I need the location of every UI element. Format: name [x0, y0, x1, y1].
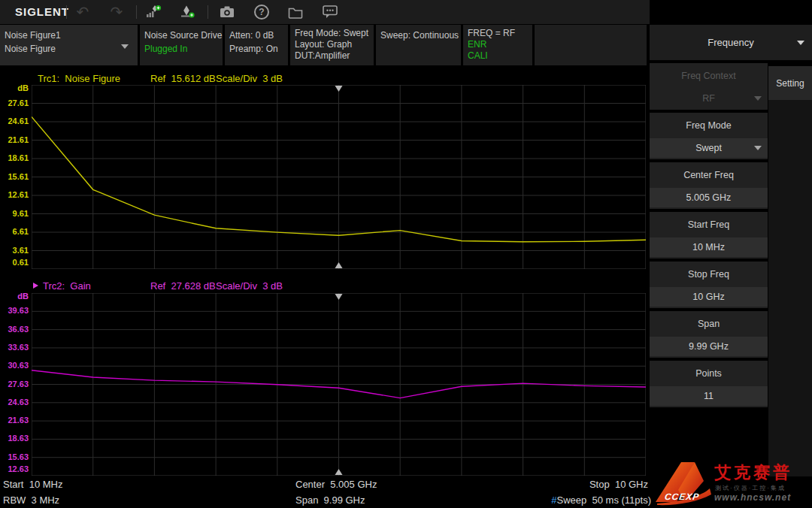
- y-tick-label: 21.63: [8, 416, 29, 425]
- trace1-y-unit: dB: [17, 83, 29, 92]
- sidebar-group-points: Points 11: [650, 361, 768, 407]
- toolbar-separator: [208, 5, 208, 19]
- start-freq-value: 10 MHz: [692, 242, 725, 252]
- trace1-y-axis: dB 27.6124.6121.6118.6115.6112.619.616.6…: [0, 85, 30, 269]
- chevron-down-icon: [121, 44, 129, 49]
- accexp-url: www.hncsw.net: [714, 492, 791, 503]
- gain-plot[interactable]: [32, 293, 646, 476]
- stop-freq-value: 10 GHz: [692, 292, 724, 302]
- y-tick-label: 30.63: [8, 361, 29, 370]
- y-tick-label: 21.61: [8, 135, 29, 144]
- sidebar-group-start-freq: Start Freq 10 MHz: [650, 212, 768, 259]
- rbw-label: RBW 3 MHz: [3, 494, 59, 506]
- x-axis-center-label: Center 5.005 GHz: [295, 479, 377, 490]
- status-cell-empty: [535, 25, 647, 65]
- cali-badge: CALI: [468, 50, 532, 62]
- center-freq-value: 5.005 GHz: [686, 192, 732, 203]
- sweep-hash: #: [551, 494, 556, 506]
- folder-icon: [288, 6, 303, 19]
- measurement-selector[interactable]: Noise Figure1 Noise Figure: [0, 25, 138, 65]
- toolbar-separator: [136, 5, 137, 19]
- points-label: Points: [650, 361, 768, 386]
- accexp-chinese-name: 艾克赛普: [714, 461, 792, 484]
- freq-context-value: RF: [702, 93, 715, 104]
- undo-icon: ↶: [77, 5, 89, 20]
- sidebar-menu-header[interactable]: Frequency: [650, 25, 812, 60]
- y-tick-label: 36.63: [8, 325, 29, 334]
- y-tick-label: 12.61: [8, 190, 29, 199]
- sweep-mode-value: Sweep: Continuous: [380, 29, 461, 42]
- sweep-time-label: #Sweep 50 ms (11pts): [526, 494, 651, 506]
- message-button[interactable]: [320, 3, 340, 21]
- measurement-title: Noise Figure1: [5, 29, 138, 42]
- freq-mode-select[interactable]: Swept: [650, 138, 768, 158]
- freq-rf-value: FREQ = RF: [468, 28, 532, 39]
- redo-icon: ↷: [111, 5, 123, 20]
- noise-source-status[interactable]: Noise Source Drive Plugged In: [140, 25, 223, 65]
- tab-setting-label: Setting: [776, 78, 804, 89]
- freq-context-select[interactable]: RF: [650, 89, 768, 108]
- accexp-tagline: 测试·仪器·工控·集成: [715, 484, 786, 492]
- file-manager-button[interactable]: [286, 3, 305, 21]
- y-tick-label: 12.63: [8, 464, 29, 473]
- sidebar-group-span: Span 9.99 GHz: [650, 311, 768, 358]
- y-tick-label: 24.63: [8, 398, 29, 407]
- sidebar-group-center-freq: Center Freq 5.005 GHz: [650, 162, 768, 209]
- help-icon: ?: [254, 5, 269, 20]
- dut-value: DUT:Amplifier: [295, 50, 374, 62]
- noise-figure-plot[interactable]: [32, 85, 646, 269]
- stop-freq-field[interactable]: 10 GHz: [650, 287, 768, 307]
- sidebar-group-freq-context: Freq Context RF: [650, 63, 768, 110]
- trace2-title: Trc2: Gain: [43, 280, 91, 292]
- start-freq-label: Start Freq: [650, 212, 768, 237]
- x-axis-stop-label: Stop 10 GHz: [541, 479, 648, 490]
- trace2-scale: Scale/Div 3 dB: [216, 280, 283, 292]
- span-value: 9.99 GHz: [689, 341, 729, 352]
- screenshot-button[interactable]: [217, 3, 237, 21]
- noise-source-label: Noise Source Drive: [144, 29, 223, 42]
- sidebar-group-stop-freq: Stop Freq 10 GHz: [650, 262, 768, 308]
- y-tick-label: 39.63: [8, 306, 29, 315]
- mode-layout-dut-status[interactable]: Freq Mode: Swept Layout: Graph DUT:Ampli…: [290, 25, 374, 65]
- freq-enr-cali-status[interactable]: FREQ = RF ENR CALI: [463, 25, 532, 65]
- center-freq-field[interactable]: 5.005 GHz: [650, 188, 768, 207]
- freq-context-label: Freq Context: [650, 63, 768, 89]
- tab-setting[interactable]: Setting: [768, 66, 812, 100]
- noise-source-value: Plugged In: [144, 42, 223, 56]
- accexp-brand-text: CCEXP: [664, 491, 700, 502]
- y-tick-label: 27.61: [8, 98, 29, 107]
- y-tick-label: 24.61: [8, 116, 29, 125]
- help-button[interactable]: ?: [252, 3, 271, 21]
- enr-badge: ENR: [468, 39, 532, 50]
- add-marker-button[interactable]: [178, 3, 198, 21]
- y-tick-label: 18.61: [8, 153, 29, 162]
- camera-icon: [220, 6, 235, 19]
- atten-value: Atten: 0 dB: [229, 29, 288, 42]
- noise-figure-analyzer-screen: SIGLENT ↶ ↷: [0, 0, 812, 508]
- freq-mode-value: Swept: [695, 143, 722, 153]
- sidebar: Frequency Setting Freq Context RF Freq M…: [650, 0, 812, 508]
- undo-button[interactable]: ↶: [73, 3, 92, 21]
- redo-button[interactable]: ↷: [107, 3, 126, 21]
- y-tick-label: 9.61: [13, 209, 29, 218]
- add-trace-button[interactable]: [144, 3, 163, 21]
- chevron-down-icon: [797, 41, 804, 45]
- atten-preamp-status[interactable]: Atten: 0 dB Preamp: On: [225, 25, 288, 65]
- x-axis-span-label: Span 9.99 GHz: [295, 494, 365, 506]
- siglent-logo: SIGLENT: [15, 5, 69, 18]
- span-field[interactable]: 9.99 GHz: [650, 337, 768, 356]
- x-axis-start-label: Start 10 MHz: [3, 479, 62, 490]
- sidebar-menu-title: Frequency: [707, 37, 753, 48]
- add-marker-icon: [180, 5, 196, 20]
- y-tick-label: 0.61: [13, 258, 29, 267]
- sweep-status[interactable]: Sweep: Continuous: [376, 25, 461, 65]
- active-trace-arrow-icon: [33, 283, 38, 289]
- y-tick-label: 27.63: [8, 379, 29, 389]
- span-label: Span: [650, 311, 768, 337]
- freq-mode-label: Freq Mode: [650, 113, 768, 138]
- start-freq-field[interactable]: 10 MHz: [650, 237, 768, 257]
- message-icon: [323, 5, 338, 19]
- center-freq-label: Center Freq: [650, 162, 768, 188]
- points-field[interactable]: 11: [650, 386, 768, 406]
- accexp-watermark: CCEXP 艾克赛普 测试·仪器·工控·集成 www.hncsw.net: [641, 460, 812, 508]
